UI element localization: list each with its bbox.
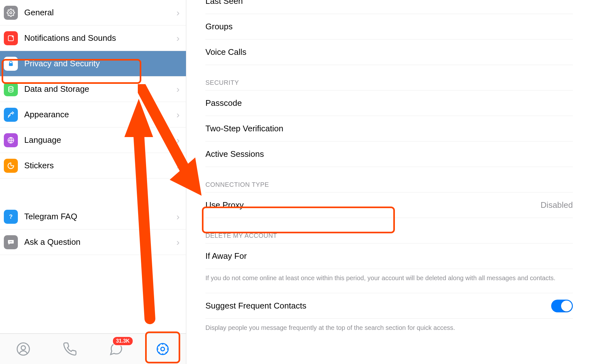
sidebar-item-label: Notifications and Sounds [24,33,176,43]
row-value: Disabled [541,200,573,210]
row-two-step[interactable]: Two-Step Verification [205,116,573,142]
svg-point-8 [11,241,11,242]
sidebar-scroll: General › Notifications and Sounds › Pri… [0,0,186,333]
sidebar-item-label: Telegram FAQ [24,212,176,222]
section-footer-suggest: Display people you message frequently at… [205,319,573,332]
sidebar-item-stickers[interactable]: Stickers › [0,153,186,178]
svg-point-12 [161,347,165,351]
sidebar-item-label: Data and Storage [24,84,176,94]
chevron-right-icon: › [176,160,180,171]
svg-point-9 [11,241,12,242]
gear-icon [4,6,18,20]
svg-rect-3 [9,63,13,66]
sidebar-item-notifications[interactable]: Notifications and Sounds › [0,25,186,51]
svg-point-7 [10,241,10,242]
tab-bar: 31.3K [0,333,186,364]
sidebar-item-privacy[interactable]: Privacy and Security › [0,51,186,76]
sidebar-item-language[interactable]: Language › [0,127,186,153]
delete-section: If Away For [205,243,573,269]
sidebar-item-general[interactable]: General › [0,0,186,25]
row-label: Use Proxy [205,200,244,210]
section-header-delete: DELETE MY ACCOUNT [205,218,573,243]
chevron-right-icon: › [176,84,180,95]
row-suggest-contacts[interactable]: Suggest Frequent Contacts [205,293,573,319]
chevron-right-icon: › [176,135,180,146]
chevron-right-icon: › [176,7,180,18]
privacy-security-panel: Last Seen Groups Voice Calls SECURITY Pa… [186,0,592,364]
row-label: Active Sessions [205,149,264,159]
row-voice-calls[interactable]: Voice Calls [205,40,573,65]
chevron-right-icon: › [176,237,180,248]
sidebar-item-faq[interactable]: ? Telegram FAQ › [0,204,186,229]
sidebar-item-data[interactable]: Data and Storage › [0,76,186,102]
row-label: If Away For [205,251,247,261]
question-icon: ? [4,210,18,224]
data-storage-icon [4,82,18,96]
sidebar-item-label: Stickers [24,161,176,171]
globe-icon [4,133,18,147]
svg-text:?: ? [9,214,13,220]
row-if-away-for[interactable]: If Away For [205,244,573,269]
unread-badge: 31.3K [112,336,134,346]
app-root: General › Notifications and Sounds › Pri… [0,0,592,364]
lock-icon [4,57,18,71]
tab-calls[interactable] [60,339,80,359]
settings-sidebar: General › Notifications and Sounds › Pri… [0,0,186,364]
section-footer-delete: If you do not come online at least once … [205,269,573,283]
sidebar-item-label: Appearance [24,110,176,120]
security-section: Passcode Two-Step Verification Active Se… [205,90,573,167]
toggle-switch[interactable] [551,300,573,312]
sidebar-item-appearance[interactable]: Appearance › [0,102,186,127]
row-active-sessions[interactable]: Active Sessions [205,142,573,167]
sidebar-item-label: Language [24,135,176,145]
stickers-icon [4,159,18,173]
connection-section: Use Proxy Disabled [205,192,573,218]
row-label: Suggest Frequent Contacts [205,301,307,311]
tab-settings[interactable] [152,339,173,359]
spacer [205,283,573,293]
privacy-section: Last Seen Groups Voice Calls [205,0,573,65]
sidebar-item-ask[interactable]: Ask a Question › [0,229,186,255]
svg-point-2 [12,36,13,37]
sidebar-item-label: Privacy and Security [24,59,176,69]
sidebar-item-label: Ask a Question [24,237,176,247]
chevron-right-icon: › [176,109,180,120]
section-header-security: SECURITY [205,65,573,90]
suggest-section: Suggest Frequent Contacts [205,293,573,319]
chevron-right-icon: › [176,211,180,222]
notifications-icon [4,31,18,45]
row-label: Last Seen [205,0,243,6]
chevron-right-icon: › [176,33,180,44]
tab-chats[interactable]: 31.3K [106,339,126,359]
toggle-knob [561,301,572,311]
row-label: Voice Calls [205,47,247,57]
appearance-icon [4,108,18,122]
row-label: Passcode [205,98,242,108]
sidebar-group-gap [0,178,186,204]
row-label: Two-Step Verification [205,124,283,134]
chat-icon [4,235,18,249]
row-last-seen[interactable]: Last Seen [205,0,573,14]
sidebar-item-label: General [24,8,176,18]
section-header-connection: CONNECTION TYPE [205,167,573,192]
svg-point-0 [10,11,12,14]
row-passcode[interactable]: Passcode [205,91,573,116]
tab-contacts[interactable] [13,339,33,359]
row-label: Groups [205,22,233,32]
svg-point-11 [21,346,25,350]
row-groups[interactable]: Groups [205,14,573,40]
row-use-proxy[interactable]: Use Proxy Disabled [205,193,573,218]
svg-point-4 [9,86,13,88]
